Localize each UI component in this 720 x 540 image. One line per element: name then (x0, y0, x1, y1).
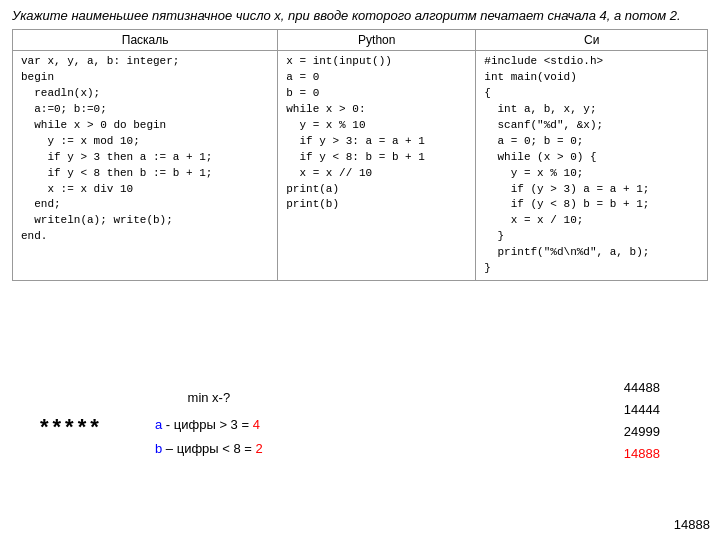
hint-b-value: 2 (256, 441, 263, 456)
number-3: 24999 (624, 421, 660, 443)
code-comparison-table: Паскаль Python Си var x, y, a, b: intege… (12, 29, 708, 281)
number-2: 14444 (624, 399, 660, 421)
hint-b-desc: – цифры < 8 = (162, 441, 255, 456)
hint-a-text: a - цифры > 3 = 4 (155, 417, 260, 432)
code-c: #include <stdio.h> int main(void) { int … (476, 51, 708, 281)
numbers-block: 44488 14444 24999 14888 (624, 377, 660, 465)
col-header-c: Си (476, 30, 708, 51)
number-4: 14888 (624, 443, 660, 465)
hint-line-b: b – цифры < 8 = 2 (155, 437, 263, 460)
hint-a-value: 4 (253, 417, 260, 432)
hint-block: min x-? a - цифры > 3 = 4 b – цифры < 8 … (155, 386, 263, 460)
number-1: 44488 (624, 377, 660, 399)
question-text: Укажите наименьшее пятизначное число x, … (0, 0, 720, 29)
answer-value: 14888 (674, 517, 710, 532)
stars-decoration: ***** (40, 414, 103, 440)
code-python: x = int(input()) a = 0 b = 0 while x > 0… (278, 51, 476, 281)
hint-line-a: a - цифры > 3 = 4 (155, 413, 263, 436)
code-pascal: var x, y, a, b: integer; begin readln(x)… (13, 51, 278, 281)
hint-b-text: b – цифры < 8 = 2 (155, 441, 263, 456)
hint-min-label: min x-? (155, 386, 263, 409)
hint-a-desc: - цифры > 3 = (162, 417, 252, 432)
col-header-pascal: Паскаль (13, 30, 278, 51)
col-header-python: Python (278, 30, 476, 51)
